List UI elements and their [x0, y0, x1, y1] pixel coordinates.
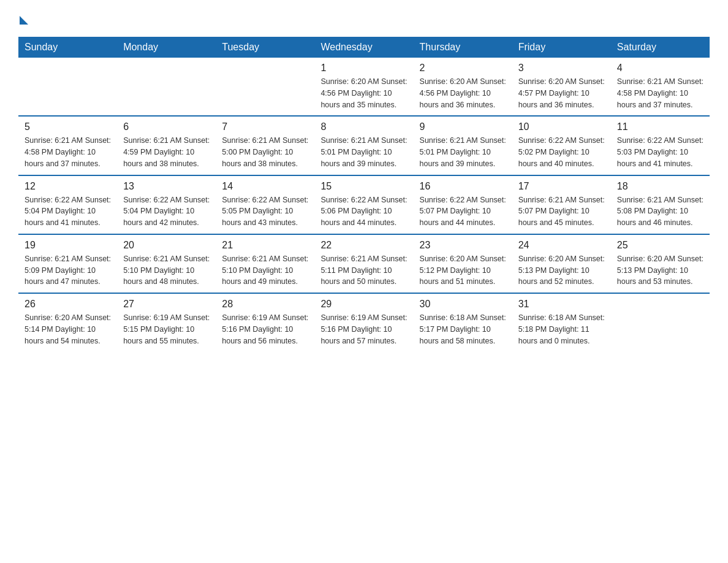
- day-number: 25: [617, 240, 703, 251]
- day-number: 14: [222, 181, 308, 192]
- calendar-cell: [117, 58, 216, 116]
- calendar-cell: 1Sunrise: 6:20 AM Sunset: 4:56 PM Daylig…: [314, 58, 413, 116]
- calendar-cell: 25Sunrise: 6:20 AM Sunset: 5:13 PM Dayli…: [611, 234, 710, 293]
- calendar-week-row: 1Sunrise: 6:20 AM Sunset: 4:56 PM Daylig…: [18, 58, 710, 116]
- calendar-cell: 31Sunrise: 6:18 AM Sunset: 5:18 PM Dayli…: [512, 293, 611, 351]
- calendar-week-row: 26Sunrise: 6:20 AM Sunset: 5:14 PM Dayli…: [18, 293, 710, 351]
- day-number: 22: [320, 240, 407, 251]
- day-info: Sunrise: 6:22 AM Sunset: 5:04 PM Dayligh…: [25, 194, 111, 229]
- calendar-table: SundayMondayTuesdayWednesdayThursdayFrid…: [18, 37, 710, 351]
- day-info: Sunrise: 6:21 AM Sunset: 5:07 PM Dayligh…: [518, 194, 605, 229]
- calendar-cell: 13Sunrise: 6:22 AM Sunset: 5:04 PM Dayli…: [117, 175, 216, 234]
- day-number: 4: [617, 63, 703, 74]
- day-info: Sunrise: 6:19 AM Sunset: 5:15 PM Dayligh…: [123, 312, 210, 347]
- day-info: Sunrise: 6:22 AM Sunset: 5:06 PM Dayligh…: [320, 194, 407, 229]
- day-number: 15: [320, 181, 407, 192]
- day-info: Sunrise: 6:20 AM Sunset: 4:56 PM Dayligh…: [320, 76, 407, 110]
- day-info: Sunrise: 6:21 AM Sunset: 5:09 PM Dayligh…: [25, 253, 111, 288]
- day-info: Sunrise: 6:21 AM Sunset: 5:11 PM Dayligh…: [320, 253, 407, 288]
- day-info: Sunrise: 6:19 AM Sunset: 5:16 PM Dayligh…: [222, 312, 308, 347]
- day-info: Sunrise: 6:20 AM Sunset: 5:13 PM Dayligh…: [617, 253, 703, 288]
- day-number: 3: [518, 63, 605, 74]
- day-info: Sunrise: 6:19 AM Sunset: 5:16 PM Dayligh…: [320, 312, 407, 347]
- calendar-cell: 12Sunrise: 6:22 AM Sunset: 5:04 PM Dayli…: [18, 175, 117, 234]
- calendar-cell: 8Sunrise: 6:21 AM Sunset: 5:01 PM Daylig…: [314, 116, 413, 175]
- day-number: 6: [123, 121, 210, 132]
- day-info: Sunrise: 6:22 AM Sunset: 5:05 PM Dayligh…: [222, 194, 308, 229]
- calendar-cell: 17Sunrise: 6:21 AM Sunset: 5:07 PM Dayli…: [512, 175, 611, 234]
- day-number: 21: [222, 240, 308, 251]
- day-number: 10: [518, 121, 605, 132]
- day-number: 13: [123, 181, 210, 192]
- calendar-cell: 14Sunrise: 6:22 AM Sunset: 5:05 PM Dayli…: [216, 175, 314, 234]
- day-number: 28: [222, 299, 308, 310]
- day-info: Sunrise: 6:20 AM Sunset: 4:56 PM Dayligh…: [420, 76, 506, 110]
- day-info: Sunrise: 6:21 AM Sunset: 4:58 PM Dayligh…: [25, 135, 111, 169]
- column-header-thursday: Thursday: [414, 37, 512, 58]
- calendar-cell: 2Sunrise: 6:20 AM Sunset: 4:56 PM Daylig…: [414, 58, 512, 116]
- day-number: 12: [25, 181, 111, 192]
- column-header-sunday: Sunday: [18, 37, 117, 58]
- day-info: Sunrise: 6:22 AM Sunset: 5:02 PM Dayligh…: [518, 135, 605, 169]
- day-info: Sunrise: 6:20 AM Sunset: 5:14 PM Dayligh…: [25, 312, 111, 347]
- calendar-cell: 27Sunrise: 6:19 AM Sunset: 5:15 PM Dayli…: [117, 293, 216, 351]
- day-number: 1: [320, 63, 407, 74]
- day-number: 31: [518, 299, 605, 310]
- calendar-cell: 10Sunrise: 6:22 AM Sunset: 5:02 PM Dayli…: [512, 116, 611, 175]
- day-number: 29: [320, 299, 407, 310]
- calendar-cell: 29Sunrise: 6:19 AM Sunset: 5:16 PM Dayli…: [314, 293, 413, 351]
- calendar-cell: [611, 293, 710, 351]
- calendar-cell: 20Sunrise: 6:21 AM Sunset: 5:10 PM Dayli…: [117, 234, 216, 293]
- calendar-week-row: 5Sunrise: 6:21 AM Sunset: 4:58 PM Daylig…: [18, 116, 710, 175]
- day-number: 24: [518, 240, 605, 251]
- calendar-cell: 23Sunrise: 6:20 AM Sunset: 5:12 PM Dayli…: [414, 234, 512, 293]
- day-number: 5: [25, 121, 111, 132]
- calendar-header-row: SundayMondayTuesdayWednesdayThursdayFrid…: [18, 37, 710, 58]
- day-info: Sunrise: 6:18 AM Sunset: 5:17 PM Dayligh…: [420, 312, 506, 347]
- day-number: 26: [25, 299, 111, 310]
- calendar-cell: 26Sunrise: 6:20 AM Sunset: 5:14 PM Dayli…: [18, 293, 117, 351]
- calendar-cell: 15Sunrise: 6:22 AM Sunset: 5:06 PM Dayli…: [314, 175, 413, 234]
- day-number: 19: [25, 240, 111, 251]
- page-header: [18, 12, 710, 25]
- calendar-cell: 16Sunrise: 6:22 AM Sunset: 5:07 PM Dayli…: [414, 175, 512, 234]
- logo: [18, 12, 28, 25]
- day-info: Sunrise: 6:22 AM Sunset: 5:04 PM Dayligh…: [123, 194, 210, 229]
- calendar-cell: 21Sunrise: 6:21 AM Sunset: 5:10 PM Dayli…: [216, 234, 314, 293]
- day-info: Sunrise: 6:20 AM Sunset: 4:57 PM Dayligh…: [518, 76, 605, 110]
- calendar-cell: 11Sunrise: 6:22 AM Sunset: 5:03 PM Dayli…: [611, 116, 710, 175]
- day-number: 16: [420, 181, 506, 192]
- day-number: 30: [420, 299, 506, 310]
- day-number: 8: [320, 121, 407, 132]
- day-info: Sunrise: 6:21 AM Sunset: 5:00 PM Dayligh…: [222, 135, 308, 169]
- day-number: 27: [123, 299, 210, 310]
- day-info: Sunrise: 6:21 AM Sunset: 5:01 PM Dayligh…: [320, 135, 407, 169]
- calendar-cell: [216, 58, 314, 116]
- day-number: 18: [617, 181, 703, 192]
- calendar-cell: 9Sunrise: 6:21 AM Sunset: 5:01 PM Daylig…: [414, 116, 512, 175]
- day-info: Sunrise: 6:21 AM Sunset: 5:08 PM Dayligh…: [617, 194, 703, 229]
- day-info: Sunrise: 6:21 AM Sunset: 4:58 PM Dayligh…: [617, 76, 703, 110]
- column-header-saturday: Saturday: [611, 37, 710, 58]
- day-info: Sunrise: 6:18 AM Sunset: 5:18 PM Dayligh…: [518, 312, 605, 347]
- day-info: Sunrise: 6:21 AM Sunset: 5:01 PM Dayligh…: [420, 135, 506, 169]
- day-number: 2: [420, 63, 506, 74]
- calendar-week-row: 19Sunrise: 6:21 AM Sunset: 5:09 PM Dayli…: [18, 234, 710, 293]
- column-header-friday: Friday: [512, 37, 611, 58]
- calendar-cell: 30Sunrise: 6:18 AM Sunset: 5:17 PM Dayli…: [414, 293, 512, 351]
- day-number: 23: [420, 240, 506, 251]
- calendar-cell: 19Sunrise: 6:21 AM Sunset: 5:09 PM Dayli…: [18, 234, 117, 293]
- day-info: Sunrise: 6:22 AM Sunset: 5:07 PM Dayligh…: [420, 194, 506, 229]
- day-info: Sunrise: 6:20 AM Sunset: 5:12 PM Dayligh…: [420, 253, 506, 288]
- day-number: 20: [123, 240, 210, 251]
- calendar-cell: 22Sunrise: 6:21 AM Sunset: 5:11 PM Dayli…: [314, 234, 413, 293]
- day-number: 11: [617, 121, 703, 132]
- day-info: Sunrise: 6:21 AM Sunset: 5:10 PM Dayligh…: [123, 253, 210, 288]
- day-number: 9: [420, 121, 506, 132]
- calendar-cell: 6Sunrise: 6:21 AM Sunset: 4:59 PM Daylig…: [117, 116, 216, 175]
- day-number: 7: [222, 121, 308, 132]
- day-number: 17: [518, 181, 605, 192]
- calendar-cell: 24Sunrise: 6:20 AM Sunset: 5:13 PM Dayli…: [512, 234, 611, 293]
- calendar-cell: [18, 58, 117, 116]
- calendar-cell: 28Sunrise: 6:19 AM Sunset: 5:16 PM Dayli…: [216, 293, 314, 351]
